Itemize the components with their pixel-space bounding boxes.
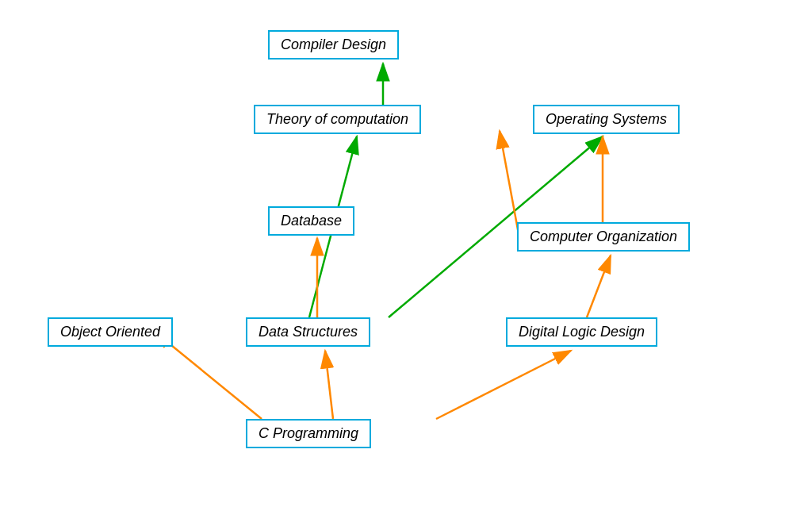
node-object-oriented: Object Oriented (48, 317, 173, 347)
arrows-layer (0, 0, 812, 507)
node-theory-computation: Theory of computation (254, 105, 421, 134)
arrow-dld-to-co (587, 255, 611, 317)
node-c-programming: C Programming (246, 419, 371, 448)
node-operating-systems: Operating Systems (533, 105, 680, 134)
node-compiler-design: Compiler Design (268, 30, 399, 60)
arrow-c-to-dld (436, 351, 571, 419)
diagram-container: Compiler Design Theory of computation Op… (0, 0, 812, 507)
arrow-c-to-ds (325, 351, 333, 419)
node-digital-logic-design: Digital Logic Design (506, 317, 657, 347)
node-computer-organization: Computer Organization (517, 222, 690, 252)
node-database: Database (268, 206, 354, 236)
node-data-structures: Data Structures (246, 317, 370, 347)
